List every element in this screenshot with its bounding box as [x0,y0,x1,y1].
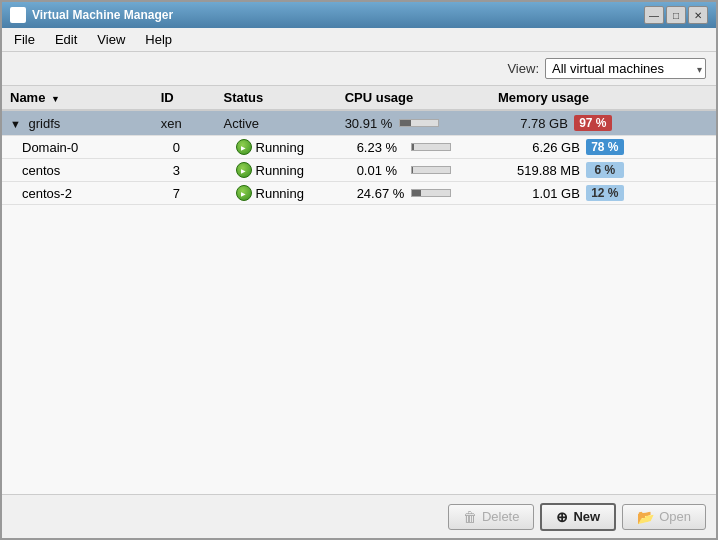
vm-mem-badge: 12 % [586,185,624,201]
vm-mem-value: 519.88 MB [510,163,580,178]
group-cpu-percent: 30.91 % [345,116,393,131]
vm-cpu-percent: 0.01 % [357,163,405,178]
col-header-name[interactable]: Name ▼ [2,86,153,110]
bottom-bar: 🗑 Delete ⊕ New 📂 Open [2,494,716,538]
col-header-id[interactable]: ID [153,86,216,110]
menu-bar: File Edit View Help [2,28,716,52]
vm-id-cell: 7 [153,182,216,205]
menu-help[interactable]: Help [137,30,180,49]
vm-name-cell: centos [2,159,153,182]
vm-mem-value: 1.01 GB [510,186,580,201]
running-icon [236,162,252,178]
vm-cpu-bar-fill [412,190,422,196]
title-bar: 🖥 Virtual Machine Manager — □ ✕ [2,2,716,28]
maximize-button[interactable]: □ [666,6,686,24]
vm-status-cell: Running [216,136,337,159]
new-button[interactable]: ⊕ New [540,503,616,531]
view-selector-wrapper: All virtual machines Active virtual mach… [545,58,706,79]
group-name-cell: ▼ gridfs [2,110,153,136]
window-title: Virtual Machine Manager [32,8,173,22]
vm-cpu-percent: 24.67 % [357,186,405,201]
vm-status-cell: Running [216,159,337,182]
delete-icon: 🗑 [463,509,477,525]
vm-cpu-cell: 0.01 % [337,159,490,182]
col-header-status[interactable]: Status [216,86,337,110]
group-row-gridfs[interactable]: ▼ gridfs xen Active 30.91 % [2,110,716,136]
vm-mem-badge: 78 % [586,139,624,155]
vm-cpu-percent: 6.23 % [357,140,405,155]
vm-name-cell: centos-2 [2,182,153,205]
view-label: View: [507,61,539,76]
vm-id-cell: 0 [153,136,216,159]
sort-arrow-icon: ▼ [51,94,60,104]
open-button[interactable]: 📂 Open [622,504,706,530]
vm-cpu-cell: 24.67 % [337,182,490,205]
main-window: 🖥 Virtual Machine Manager — □ ✕ File Edi… [0,0,718,540]
group-status-cell: Active [216,110,337,136]
col-header-cpu[interactable]: CPU usage [337,86,490,110]
expand-icon: ▼ [10,118,21,130]
table-row[interactable]: centos-2 7 Running 24.67 % [2,182,716,205]
vm-cpu-cell: 6.23 % [337,136,490,159]
vm-memory-cell: 6.26 GB 78 % [490,136,716,159]
group-cpu-bar-fill [400,120,412,126]
toolbar: View: All virtual machines Active virtua… [2,52,716,86]
vm-id-cell: 3 [153,159,216,182]
group-mem-value: 7.78 GB [498,116,568,131]
running-icon [236,185,252,201]
table-row[interactable]: centos 3 Running 0.01 % [2,159,716,182]
col-header-memory[interactable]: Memory usage [490,86,716,110]
table-row[interactable]: Domain-0 0 Running 6.23 % [2,136,716,159]
group-memory-cell: 7.78 GB 97 % [490,110,716,136]
close-button[interactable]: ✕ [688,6,708,24]
new-icon: ⊕ [556,509,568,525]
vm-list-area: Name ▼ ID Status CPU usage Memory usage [2,86,716,494]
view-select[interactable]: All virtual machines Active virtual mach… [545,58,706,79]
vm-memory-cell: 1.01 GB 12 % [490,182,716,205]
open-icon: 📂 [637,509,654,525]
table-header: Name ▼ ID Status CPU usage Memory usage [2,86,716,110]
vm-table: Name ▼ ID Status CPU usage Memory usage [2,86,716,205]
vm-cpu-bar [411,143,451,151]
running-icon [236,139,252,155]
vm-cpu-bar [411,189,451,197]
group-id-cell: xen [153,110,216,136]
table-body: ▼ gridfs xen Active 30.91 % [2,110,716,205]
menu-file[interactable]: File [6,30,43,49]
group-cpu-cell: 30.91 % [337,110,490,136]
vm-name-cell: Domain-0 [2,136,153,159]
menu-view[interactable]: View [89,30,133,49]
vm-mem-badge: 6 % [586,162,624,178]
vm-cpu-bar-fill [412,144,414,150]
delete-button[interactable]: 🗑 Delete [448,504,535,530]
window-icon: 🖥 [10,7,26,23]
group-cpu-bar [399,119,439,127]
vm-mem-value: 6.26 GB [510,140,580,155]
group-mem-badge: 97 % [574,115,612,131]
menu-edit[interactable]: Edit [47,30,85,49]
vm-cpu-bar [411,166,451,174]
minimize-button[interactable]: — [644,6,664,24]
vm-status-cell: Running [216,182,337,205]
vm-memory-cell: 519.88 MB 6 % [490,159,716,182]
